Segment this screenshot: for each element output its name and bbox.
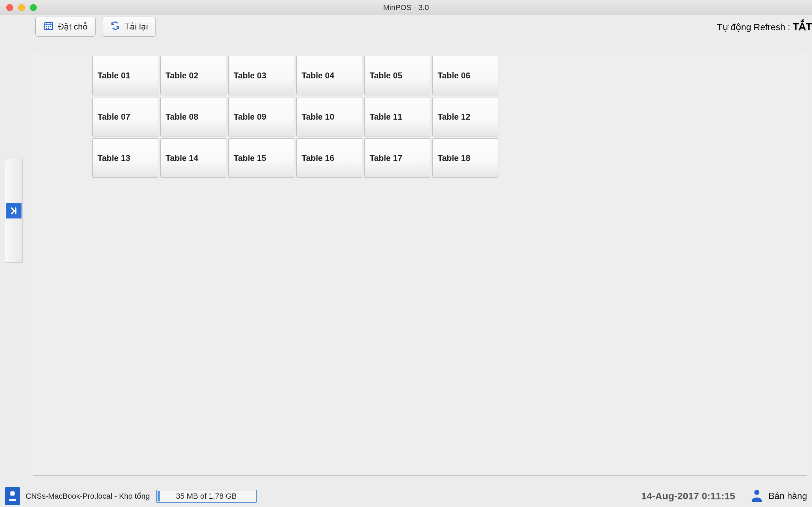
- table-button[interactable]: Table 13: [92, 138, 158, 178]
- table-button[interactable]: Table 15: [228, 138, 294, 178]
- table-button[interactable]: Table 01: [92, 56, 158, 95]
- minimize-window-button[interactable]: [18, 4, 25, 11]
- server-icon[interactable]: [5, 487, 20, 505]
- memory-usage-bar: 35 MB of 1,78 GB: [156, 490, 257, 503]
- table-button[interactable]: Table 18: [432, 138, 498, 178]
- table-button[interactable]: Table 17: [364, 138, 430, 178]
- table-button[interactable]: Table 08: [160, 97, 226, 136]
- memory-usage-text: 35 MB of 1,78 GB: [176, 492, 237, 501]
- status-right: 14-Aug-2017 0:11:15 Bán hàng: [641, 488, 807, 505]
- auto-refresh-status: Tự động Refresh : TẮT: [717, 21, 812, 33]
- titlebar: MinPOS - 3.0: [0, 0, 812, 15]
- user-section[interactable]: Bán hàng: [749, 488, 807, 505]
- table-button[interactable]: Table 03: [228, 56, 294, 95]
- side-expand-tab[interactable]: [5, 159, 23, 263]
- svg-point-10: [754, 490, 759, 495]
- window-title: MinPOS - 3.0: [383, 3, 429, 12]
- refresh-icon: [110, 21, 120, 33]
- table-button[interactable]: Table 16: [296, 138, 362, 178]
- table-button[interactable]: Table 06: [432, 56, 498, 95]
- table-button[interactable]: Table 05: [364, 56, 430, 95]
- status-host-label: CNSs-MacBook-Pro.local - Kho tổng: [26, 492, 150, 501]
- table-button[interactable]: Table 12: [432, 97, 498, 136]
- table-button[interactable]: Table 04: [296, 56, 362, 95]
- reserve-button[interactable]: Đặt chỗ: [35, 17, 96, 37]
- user-icon: [749, 488, 764, 505]
- maximize-window-button[interactable]: [30, 4, 37, 11]
- reload-button[interactable]: Tải lại: [102, 17, 156, 37]
- statusbar: CNSs-MacBook-Pro.local - Kho tổng 35 MB …: [0, 485, 812, 507]
- user-name-label: Bán hàng: [769, 491, 807, 501]
- table-button[interactable]: Table 11: [364, 97, 430, 136]
- memory-fill: [158, 491, 160, 501]
- table-grid: Table 01 Table 02 Table 03 Table 04 Tabl…: [92, 56, 807, 178]
- reload-button-label: Tải lại: [125, 22, 148, 32]
- status-datetime: 14-Aug-2017 0:11:15: [641, 491, 735, 502]
- close-window-button[interactable]: [6, 4, 13, 11]
- reserve-button-label: Đặt chỗ: [58, 22, 88, 32]
- table-button[interactable]: Table 02: [160, 56, 226, 95]
- table-button[interactable]: Table 10: [296, 97, 362, 136]
- traffic-lights: [0, 4, 37, 11]
- table-button[interactable]: Table 07: [92, 97, 158, 136]
- main-content-area: Table 01 Table 02 Table 03 Table 04 Tabl…: [33, 50, 807, 476]
- calendar-icon: [43, 20, 54, 33]
- table-button[interactable]: Table 14: [160, 138, 226, 178]
- table-button[interactable]: Table 09: [228, 97, 294, 136]
- toolbar: Đặt chỗ Tải lại Tự động Refresh : TẮT: [0, 15, 812, 38]
- chevron-right-icon: [6, 203, 22, 218]
